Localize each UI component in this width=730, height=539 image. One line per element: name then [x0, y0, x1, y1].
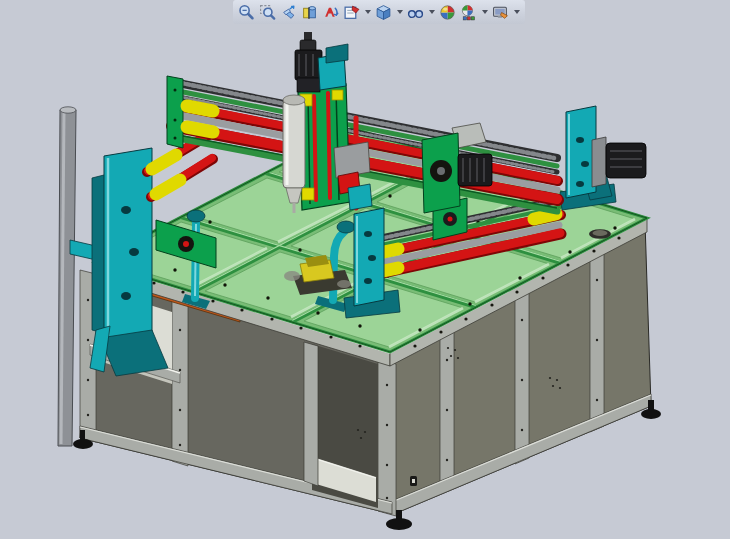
y-axis-motor[interactable]	[592, 137, 646, 187]
edit-appearance-icon	[460, 4, 477, 21]
view-orientation-button[interactable]	[342, 3, 361, 22]
view-toolbar	[233, 0, 525, 24]
display-style-icon	[375, 4, 392, 21]
edit-appearance-dropdown[interactable]	[480, 3, 489, 22]
display-style-dropdown[interactable]	[395, 3, 404, 22]
table-hole-ring	[589, 229, 611, 239]
apply-scene-button[interactable]	[438, 3, 457, 22]
hide-show-items-button[interactable]	[406, 3, 425, 22]
zoom-to-area-button[interactable]	[258, 3, 277, 22]
zoom-in-out-button[interactable]	[237, 3, 256, 22]
rotate-view-icon	[322, 4, 339, 21]
x-axis-motor[interactable]	[458, 154, 492, 186]
section-view-button[interactable]	[300, 3, 319, 22]
previous-view-button[interactable]	[279, 3, 298, 22]
zoom-in-out-icon	[238, 4, 255, 21]
cad-application-viewport-background	[0, 0, 730, 539]
hide-show-items-dropdown[interactable]	[427, 3, 436, 22]
view-settings-button[interactable]	[491, 3, 510, 22]
front-bay[interactable]	[304, 342, 378, 508]
zoom-to-area-icon	[259, 4, 276, 21]
display-style-button[interactable]	[374, 3, 393, 22]
rotate-view-button[interactable]	[321, 3, 340, 22]
hide-show-items-icon	[407, 4, 424, 21]
view-settings-icon	[492, 4, 509, 21]
view-settings-dropdown[interactable]	[512, 3, 521, 22]
edit-appearance-button[interactable]	[459, 3, 478, 22]
back-right-rail-stand[interactable]	[560, 106, 646, 210]
view-orientation-icon	[343, 4, 360, 21]
section-view-icon	[301, 4, 318, 21]
apply-scene-icon	[439, 4, 456, 21]
view-orientation-dropdown[interactable]	[363, 3, 372, 22]
previous-view-icon	[280, 4, 297, 21]
model-viewport[interactable]	[0, 0, 730, 539]
